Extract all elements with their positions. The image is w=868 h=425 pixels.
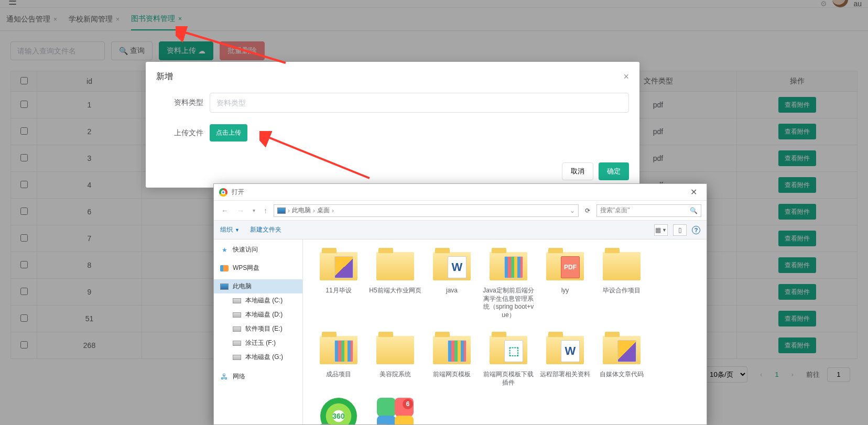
file-dialog-title: 打开 xyxy=(232,188,244,197)
modal-title: 新增 xyxy=(156,71,173,82)
folder-img-icon xyxy=(603,330,641,367)
disk-icon xyxy=(233,355,241,360)
new-folder-button[interactable]: 新建文件夹 xyxy=(250,225,281,234)
file-label: 前端网页模板下载插件 xyxy=(482,370,535,387)
add-modal: 新增 × 资料类型 上传文件 点击上传 取消 确定 xyxy=(146,62,639,188)
file-item[interactable]: 自媒体文章代码 xyxy=(595,330,648,387)
sidebar-drive[interactable]: 软件项目 (E:) xyxy=(214,322,302,336)
click-upload-button[interactable]: 点击上传 xyxy=(210,124,247,141)
disk-icon xyxy=(233,326,241,332)
shortcut-icon: ↗ xyxy=(321,424,330,424)
preview-pane-icon[interactable]: ▯ xyxy=(673,224,687,236)
file-label: H5前端大作业网页 xyxy=(369,287,421,295)
up-icon[interactable]: ↑ xyxy=(262,206,269,215)
modal-header: 新增 × xyxy=(146,62,639,88)
file-item[interactable]: Wjava xyxy=(426,246,478,319)
shortcut-icon: ↗ xyxy=(377,424,387,424)
modal-body: 资料类型 上传文件 点击上传 xyxy=(146,88,639,164)
file-item[interactable]: 美容院系统 xyxy=(369,330,421,387)
type-input[interactable] xyxy=(210,93,629,113)
chevron-down-icon[interactable]: ⌄ xyxy=(570,207,575,214)
sidebar-drive[interactable]: 涂迁玉 (F:) xyxy=(214,336,302,350)
view-mode-icon[interactable]: ▦▼ xyxy=(654,224,668,236)
chevron-right-icon: › xyxy=(332,207,334,214)
badge: 6 xyxy=(403,399,413,409)
file-label: 成品项目 xyxy=(326,370,351,379)
file-label: 毕设合作项目 xyxy=(603,287,641,295)
help-icon[interactable]: ? xyxy=(692,226,700,234)
disk-icon xyxy=(233,312,241,318)
file-label: 前端网页模板 xyxy=(433,370,471,379)
file-item[interactable]: 前端网页模板 xyxy=(426,330,478,387)
file-label: lyy xyxy=(561,287,569,295)
history-icon[interactable]: ▾ xyxy=(251,208,257,213)
modal-footer: 取消 确定 xyxy=(562,162,629,180)
pc-icon xyxy=(277,208,286,214)
path-root[interactable]: 此电脑 xyxy=(292,206,311,215)
confirm-button[interactable]: 确定 xyxy=(599,162,629,180)
file-label: 11月毕设 xyxy=(326,287,351,295)
close-icon[interactable]: × xyxy=(623,71,629,82)
sidebar-quick-access[interactable]: ★ 快速访问 xyxy=(214,243,302,257)
file-dialog-nav: ← → ▾ ↑ › 此电脑 › 桌面 › ⌄ ⟳ 搜索"桌面" 🔍 xyxy=(214,201,707,221)
sidebar-network[interactable]: 🖧 网络 xyxy=(214,369,302,384)
search-placeholder: 搜索"桌面" xyxy=(600,206,630,215)
chrome-icon xyxy=(219,188,227,197)
folder-pdf-icon: PDF xyxy=(546,246,584,284)
refresh-icon[interactable]: ⟳ xyxy=(583,207,592,214)
file-grid: 11月毕设H5前端大作业网页WjavaJava定制前后端分离学生信息管理系统（s… xyxy=(303,239,707,424)
sidebar-this-pc[interactable]: 此电脑 xyxy=(214,279,302,293)
file-item[interactable]: W远程部署相关资料 xyxy=(539,330,591,387)
file-label: 自媒体文章代码 xyxy=(600,370,644,379)
path-breadcrumb[interactable]: › 此电脑 › 桌面 › ⌄ xyxy=(274,204,579,217)
sidebar-drive[interactable]: 本地磁盘 (G:) xyxy=(214,350,302,364)
path-current[interactable]: 桌面 xyxy=(317,206,330,215)
search-icon: 🔍 xyxy=(690,207,698,214)
folder-word-icon: W xyxy=(433,246,471,284)
back-icon[interactable]: ← xyxy=(219,206,231,215)
sidebar-drive[interactable]: 本地磁盘 (D:) xyxy=(214,308,302,322)
form-row-upload: 上传文件 点击上传 xyxy=(162,124,629,141)
pc-icon xyxy=(220,284,229,290)
file-item[interactable]: Java定制前后端分离学生信息管理系统（spring boot+vue） xyxy=(482,246,535,319)
forward-icon[interactable]: → xyxy=(235,206,246,215)
type-label: 资料类型 xyxy=(162,98,203,107)
file-label: java xyxy=(446,287,458,295)
chevron-right-icon: › xyxy=(313,207,315,214)
wps-icon xyxy=(220,265,229,271)
disk-icon xyxy=(233,298,241,303)
chevron-right-icon: › xyxy=(288,207,290,214)
file-item[interactable]: H5前端大作业网页 xyxy=(369,246,421,319)
file-item[interactable]: PDFlyy xyxy=(539,246,591,319)
upload-btn-label: 点击上传 xyxy=(216,129,241,136)
file-item[interactable]: ⬚前端网页模板下载插件 xyxy=(482,330,535,387)
folder-stripes-icon xyxy=(433,330,471,367)
file-item[interactable]: 11月毕设 xyxy=(312,246,365,319)
cancel-button[interactable]: 取消 xyxy=(562,162,593,180)
folder-icon xyxy=(376,330,414,367)
file-item[interactable]: 成品项目 xyxy=(312,330,365,387)
chevron-down-icon: ▼ xyxy=(235,227,240,233)
file-sidebar: ★ 快速访问 WPS网盘 此电脑 本地磁盘 (C:)本地磁盘 (D:)软件项目 … xyxy=(214,239,303,424)
form-row-type: 资料类型 xyxy=(162,93,629,113)
file-item[interactable]: 毕设合作项目 xyxy=(595,246,648,319)
sidebar-drive[interactable]: 本地磁盘 (C:) xyxy=(214,293,302,308)
file-item[interactable]: ↗6360软件管家 xyxy=(369,398,421,424)
file-item[interactable]: ↗360安全卫士 xyxy=(312,398,365,424)
file-dialog-toolbar: 组织 ▼ 新建文件夹 ▦▼ ▯ ? xyxy=(214,221,707,239)
folder-stripes-icon xyxy=(320,330,357,367)
folder-img-icon xyxy=(320,246,357,284)
disk-icon xyxy=(233,341,241,346)
star-icon: ★ xyxy=(220,246,229,254)
cancel-label: 取消 xyxy=(571,167,584,175)
close-icon[interactable]: ✕ xyxy=(686,185,701,199)
file-dialog: 打开 ✕ ← → ▾ ↑ › 此电脑 › 桌面 › ⌄ ⟳ 搜索"桌面" 🔍 组… xyxy=(213,183,707,425)
file-dialog-titlebar: 打开 ✕ xyxy=(214,184,707,201)
upload-label: 上传文件 xyxy=(162,128,203,138)
file-label: Java定制前后端分离学生信息管理系统（spring boot+vue） xyxy=(482,287,535,319)
sidebar-wps[interactable]: WPS网盘 xyxy=(214,261,302,275)
file-search[interactable]: 搜索"桌面" 🔍 xyxy=(596,204,701,217)
confirm-label: 确定 xyxy=(607,167,621,175)
file-label: 美容院系统 xyxy=(379,370,411,379)
organize-menu[interactable]: 组织 ▼ xyxy=(220,225,240,234)
